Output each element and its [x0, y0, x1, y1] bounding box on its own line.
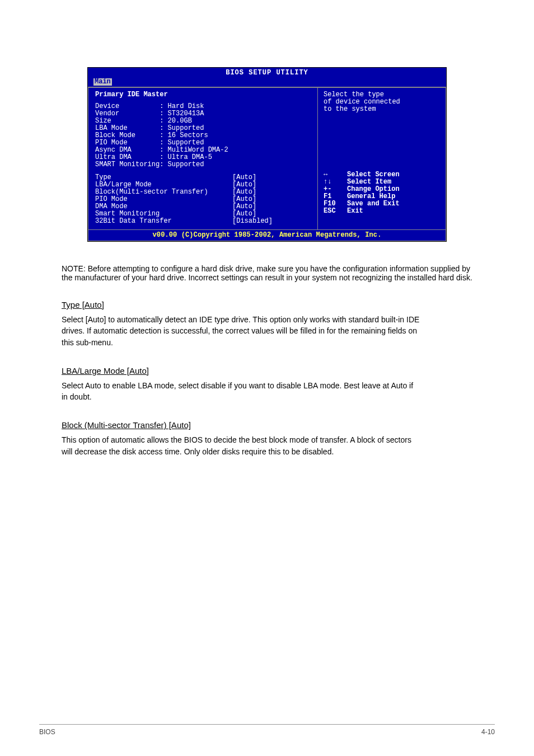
section-heading: LBA/Large Mode [Auto]	[62, 366, 472, 375]
section-body: This option of automatic allows the BIOS…	[62, 434, 420, 457]
bios-nav-help: ↔Select Screen ↑↓Select Item +-Change Op…	[324, 171, 441, 215]
bios-footer: v00.00 (C)Copyright 1985-2002, American …	[88, 230, 446, 241]
section-heading: Type [Auto]	[62, 300, 472, 309]
page-footer: BIOS 4-10	[39, 724, 495, 736]
bios-body: Primary IDE Master Device : Hard Disk Ve…	[88, 87, 446, 230]
option-row[interactable]: PIO Mode[Auto]	[95, 196, 313, 203]
bios-screenshot: BIOS SETUP UTILITY Main Primary IDE Mast…	[87, 67, 447, 242]
info-row: SMART Monitoring: Supported	[95, 161, 313, 168]
bios-tab-main[interactable]: Main	[93, 78, 112, 86]
bios-section-heading: Primary IDE Master	[95, 91, 313, 98]
note-paragraph: NOTE: Before attempting to configure a h…	[62, 264, 472, 282]
footer-left: BIOS	[39, 728, 55, 736]
bios-right-pane: Select the type of device connected to t…	[317, 87, 446, 230]
bios-tabbar: Main	[88, 77, 446, 87]
footer-right: 4-10	[481, 728, 495, 736]
nav-row: F10Save and Exit	[324, 200, 441, 208]
section-heading: Block (Multi-sector Transfer) [Auto]	[62, 420, 472, 430]
device-info-list: Device : Hard Disk Vendor : ST320413A Si…	[95, 103, 313, 168]
option-row[interactable]: 32Bit Data Transfer[Disabled]	[95, 218, 313, 225]
bios-left-pane: Primary IDE Master Device : Hard Disk Ve…	[88, 87, 317, 230]
option-row[interactable]: Block(Multi-sector Transfer)[Auto]	[95, 189, 313, 196]
section-body: Select Auto to enable LBA mode, select d…	[62, 380, 420, 403]
options-list: Type[Auto] LBA/Large Mode[Auto] Block(Mu…	[95, 174, 313, 225]
page: BIOS SETUP UTILITY Main Primary IDE Mast…	[0, 0, 534, 480]
section-body: Select [Auto] to automatically detect an…	[62, 314, 420, 348]
bios-title: BIOS SETUP UTILITY	[88, 68, 446, 77]
nav-row: ESCExit	[324, 208, 441, 215]
bios-help-text: Select the type of device connected to t…	[324, 91, 441, 113]
